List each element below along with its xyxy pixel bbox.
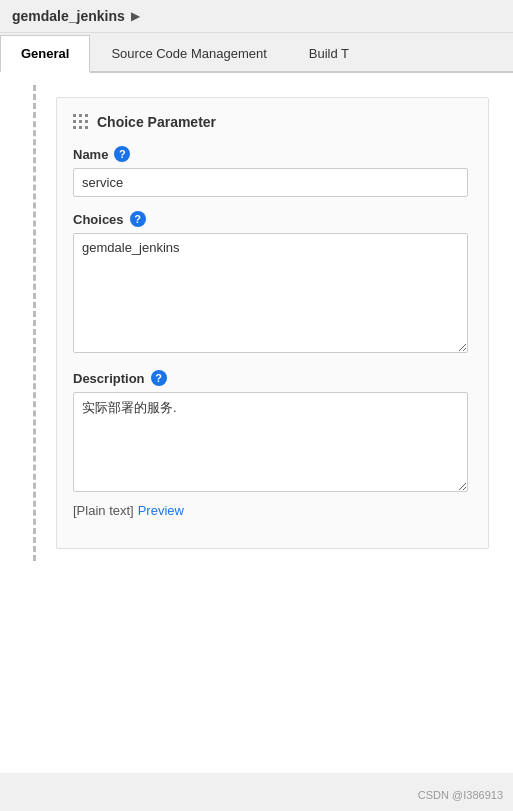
- format-preview-link[interactable]: Preview: [138, 503, 184, 518]
- watermark: CSDN @I386913: [418, 789, 503, 801]
- format-plain-text: [Plain text]: [73, 503, 134, 518]
- main-content: Choice Parameter Name ? Choices ?: [0, 73, 513, 773]
- section-header: Choice Parameter: [73, 114, 468, 130]
- choices-field-group: Choices ? gemdale_jenkins: [73, 211, 468, 356]
- description-label: Description ?: [73, 370, 468, 386]
- choice-parameter-section: Choice Parameter Name ? Choices ?: [56, 97, 489, 549]
- choices-help-icon[interactable]: ?: [130, 211, 146, 227]
- choices-textarea[interactable]: gemdale_jenkins: [73, 233, 468, 353]
- section-title: Choice Parameter: [97, 114, 216, 130]
- description-help-icon[interactable]: ?: [151, 370, 167, 386]
- tab-build[interactable]: Build T: [288, 35, 370, 73]
- tab-general[interactable]: General: [0, 35, 90, 73]
- name-input[interactable]: [73, 168, 468, 197]
- top-bar-title: gemdale_jenkins: [12, 8, 125, 24]
- choices-label: Choices ?: [73, 211, 468, 227]
- name-help-icon[interactable]: ?: [114, 146, 130, 162]
- tabs-bar: General Source Code Management Build T: [0, 33, 513, 73]
- name-field-group: Name ?: [73, 146, 468, 197]
- name-label: Name ?: [73, 146, 468, 162]
- top-bar-arrow: ▶: [131, 9, 140, 23]
- description-field-group: Description ? 实际部署的服务. [Plain text] Prev…: [73, 370, 468, 518]
- description-textarea[interactable]: 实际部署的服务.: [73, 392, 468, 492]
- format-bar: [Plain text] Preview: [73, 503, 468, 518]
- drag-handle-icon: [73, 114, 89, 130]
- top-bar: gemdale_jenkins ▶: [0, 0, 513, 33]
- tab-source-code[interactable]: Source Code Management: [90, 35, 287, 73]
